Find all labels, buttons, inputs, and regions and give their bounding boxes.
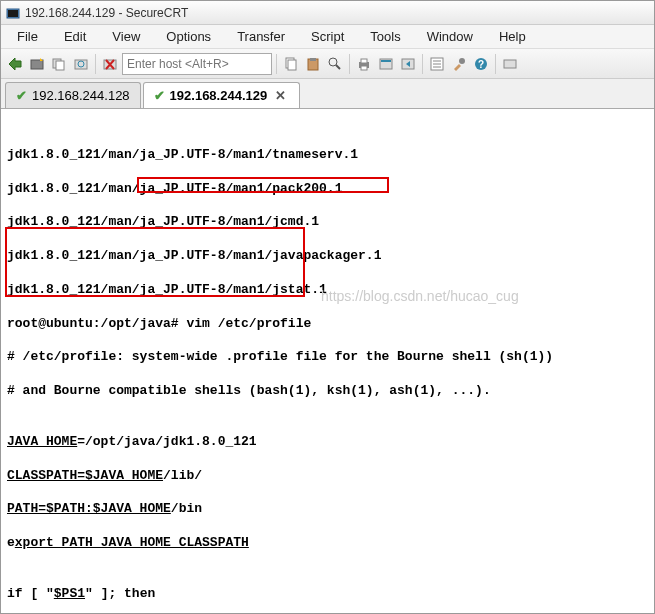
menu-file[interactable]: File <box>5 26 50 47</box>
tab-session-2[interactable]: ✔ 192.168.244.129 ✕ <box>143 82 301 108</box>
svg-line-13 <box>336 65 340 69</box>
connect-in-tab-icon[interactable] <box>49 54 69 74</box>
menu-window[interactable]: Window <box>415 26 485 47</box>
properties-icon[interactable] <box>427 54 447 74</box>
svg-rect-9 <box>288 60 296 70</box>
svg-rect-11 <box>310 58 316 61</box>
app-icon <box>5 5 21 21</box>
terminal-line: jdk1.8.0_121/man/ja_JP.UTF-8/man1/javapa… <box>7 248 648 265</box>
toggle-icon[interactable] <box>500 54 520 74</box>
toolbar-separator <box>95 54 96 74</box>
close-icon[interactable]: ✕ <box>272 88 289 103</box>
svg-rect-27 <box>504 60 516 68</box>
session-options-icon[interactable] <box>376 54 396 74</box>
toolbar-separator <box>276 54 277 74</box>
svg-rect-4 <box>56 61 64 70</box>
toolbar-separator <box>495 54 496 74</box>
quick-connect-icon[interactable] <box>27 54 47 74</box>
tab-session-1[interactable]: ✔ 192.168.244.128 <box>5 82 141 108</box>
terminal-line: JAVA_HOME=/opt/java/jdk1.8.0_121 <box>7 434 648 451</box>
menu-script[interactable]: Script <box>299 26 356 47</box>
svg-rect-2 <box>31 60 43 69</box>
watermark: https://blog.csdn.net/hucao_cug <box>321 287 519 305</box>
menu-options[interactable]: Options <box>154 26 223 47</box>
titlebar: 192.168.244.129 - SecureCRT <box>1 1 654 25</box>
svg-rect-18 <box>381 60 391 62</box>
menu-edit[interactable]: Edit <box>52 26 98 47</box>
menubar: File Edit View Options Transfer Script T… <box>1 25 654 49</box>
terminal-line: # /etc/profile: system-wide .profile fil… <box>7 349 648 366</box>
disconnect-icon[interactable] <box>100 54 120 74</box>
title-text: 192.168.244.129 - SecureCRT <box>25 6 188 20</box>
svg-rect-1 <box>8 10 18 17</box>
menu-help[interactable]: Help <box>487 26 538 47</box>
connect-icon[interactable] <box>5 54 25 74</box>
menu-tools[interactable]: Tools <box>358 26 412 47</box>
tools-icon[interactable] <box>449 54 469 74</box>
print-icon[interactable] <box>354 54 374 74</box>
svg-text:?: ? <box>478 59 484 70</box>
svg-rect-16 <box>361 66 367 70</box>
tab-label: 192.168.244.129 <box>170 88 268 103</box>
svg-point-24 <box>459 58 465 64</box>
terminal-line: if [ "$PS1" ]; then <box>7 586 648 603</box>
menu-transfer[interactable]: Transfer <box>225 26 297 47</box>
check-icon: ✔ <box>154 88 165 103</box>
terminal-line: root@ubuntu:/opt/java# vim /etc/profile <box>7 316 648 333</box>
host-input[interactable] <box>122 53 272 75</box>
send-icon[interactable] <box>398 54 418 74</box>
toolbar-separator <box>422 54 423 74</box>
terminal-line: # and Bourne compatible shells (bash(1),… <box>7 383 648 400</box>
terminal-line: jdk1.8.0_121/man/ja_JP.UTF-8/man1/tnames… <box>7 147 648 164</box>
toolbar: ? <box>1 49 654 79</box>
terminal-content[interactable]: https://blog.csdn.net/hucao_cug jdk1.8.0… <box>1 109 654 614</box>
terminal-line: jdk1.8.0_121/man/ja_JP.UTF-8/man1/pack20… <box>7 181 648 198</box>
terminal-line: PATH=$PATH:$JAVA_HOME/bin <box>7 501 648 518</box>
check-icon: ✔ <box>16 88 27 103</box>
terminal-line: jdk1.8.0_121/man/ja_JP.UTF-8/man1/jcmd.1 <box>7 214 648 231</box>
menu-view[interactable]: View <box>100 26 152 47</box>
terminal-line: CLASSPATH=$JAVA_HOME/lib/ <box>7 468 648 485</box>
terminal-line: export PATH JAVA_HOME CLASSPATH <box>7 535 648 552</box>
find-icon[interactable] <box>325 54 345 74</box>
paste-icon[interactable] <box>303 54 323 74</box>
copy-icon[interactable] <box>281 54 301 74</box>
reconnect-icon[interactable] <box>71 54 91 74</box>
tab-label: 192.168.244.128 <box>32 88 130 103</box>
toolbar-separator <box>349 54 350 74</box>
svg-point-12 <box>329 58 337 66</box>
help-icon[interactable]: ? <box>471 54 491 74</box>
svg-rect-15 <box>361 59 367 63</box>
tabbar: ✔ 192.168.244.128 ✔ 192.168.244.129 ✕ <box>1 79 654 109</box>
